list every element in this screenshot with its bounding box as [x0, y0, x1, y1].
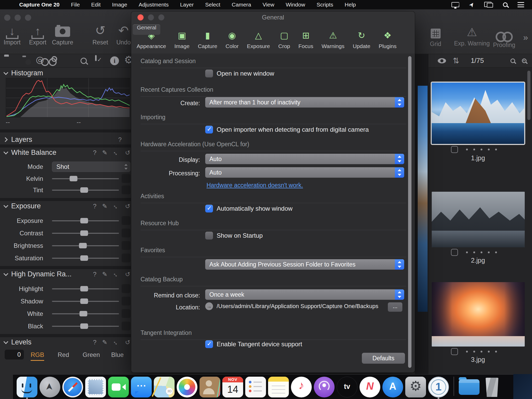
exposure-slider[interactable]: [52, 220, 119, 221]
viewer-image-sliver[interactable]: [418, 86, 428, 312]
dialog-titlebar[interactable]: General: [131, 11, 415, 23]
reset-adjust-icon[interactable]: ↺: [125, 203, 130, 209]
saturation-value-box[interactable]: [122, 254, 130, 262]
reset-adjust-icon[interactable]: ↺: [125, 339, 130, 345]
menu-camera[interactable]: Camera: [232, 2, 251, 8]
thumbnail-2-rating-dots[interactable]: [466, 251, 497, 253]
highlight-slider[interactable]: [52, 288, 119, 289]
tab-general[interactable]: ① General: [133, 24, 160, 35]
menu-edit[interactable]: Edit: [91, 2, 101, 8]
tab-focus[interactable]: ⊞ Focus: [295, 24, 317, 51]
brightness-value-box[interactable]: [122, 241, 130, 250]
display-status-icon[interactable]: [451, 2, 459, 7]
levels-panel-header[interactable]: Levels: [4, 338, 31, 346]
levels-channel-blue[interactable]: Blue: [111, 351, 124, 358]
expand-icon[interactable]: ↔: [112, 202, 121, 211]
white-slider[interactable]: [52, 313, 119, 314]
menu-select[interactable]: Select: [205, 2, 220, 8]
tint-slider[interactable]: [52, 190, 119, 191]
browser-zoom-icon[interactable]: [522, 58, 527, 63]
levels-input-value[interactable]: 0: [5, 350, 24, 360]
menu-view[interactable]: View: [263, 2, 274, 8]
kelvin-value-box[interactable]: [122, 174, 130, 183]
help-icon[interactable]: ?: [118, 137, 122, 143]
menu-scripts[interactable]: Scripts: [317, 2, 333, 8]
thumbnail-2-filename[interactable]: 2.jpg: [431, 257, 525, 264]
thumbnail-1-checkbox[interactable]: [451, 146, 458, 153]
levels-channel-red[interactable]: Red: [58, 351, 69, 358]
hardware-help-link[interactable]: Hardware acceleration doesn't work.: [207, 182, 303, 189]
window-zoom-button[interactable]: [25, 15, 31, 21]
capture-button[interactable]: Capture: [52, 22, 73, 46]
tab-plugins[interactable]: ❖ Plugins: [375, 24, 401, 51]
thumbnail-3-filename[interactable]: 3.jpg: [431, 356, 525, 363]
shadow-slider[interactable]: [52, 301, 119, 302]
import-button[interactable]: ↓ Import: [4, 22, 21, 46]
dock-photos[interactable]: [177, 377, 197, 397]
thumbnail-3-checkbox[interactable]: [451, 348, 458, 355]
tab-update[interactable]: ↻ Update: [349, 24, 374, 51]
show-on-startup-checkbox[interactable]: [205, 232, 213, 240]
browser-search-icon[interactable]: [510, 58, 515, 63]
sort-icon[interactable]: ⇅: [453, 57, 459, 65]
expand-icon[interactable]: ↔: [112, 148, 121, 157]
metadata-tool-tab[interactable]: i: [110, 56, 119, 65]
reset-button[interactable]: ↺ Reset: [92, 22, 108, 46]
toolbar-overflow-icon[interactable]: »: [523, 32, 528, 42]
enable-tangent-checkbox[interactable]: [205, 340, 213, 348]
white-value-box[interactable]: [122, 309, 130, 318]
favorites-select[interactable]: Ask About Adding Previous Session Folder…: [205, 259, 404, 270]
dock-tv[interactable]: tv: [337, 377, 357, 397]
exposure-panel-header[interactable]: Exposure: [4, 202, 41, 210]
adjustments-tool-tab[interactable]: [95, 56, 97, 61]
dock-maps[interactable]: [154, 377, 175, 397]
dock-reminders[interactable]: [245, 377, 266, 397]
open-new-window-checkbox[interactable]: [205, 70, 213, 77]
histogram-panel-header[interactable]: Histogram: [4, 69, 43, 77]
wb-mode-select[interactable]: Shot: [52, 162, 130, 172]
exposure-warning-button[interactable]: ⚠ Exp. Warning: [454, 23, 490, 47]
eyedropper-icon[interactable]: ✎: [102, 150, 107, 156]
proofing-button[interactable]: Proofing: [493, 25, 515, 49]
undo-button[interactable]: ↶ Undo: [116, 22, 131, 46]
window-close-button[interactable]: [4, 15, 10, 21]
tab-color[interactable]: ◉ Color: [222, 24, 242, 51]
tab-capture[interactable]: ▮ Capture: [194, 24, 221, 51]
defaults-button[interactable]: Defaults: [362, 353, 405, 364]
app-menu[interactable]: Capture One 20: [19, 2, 59, 8]
create-select[interactable]: After more than 1 hour of inactivity: [205, 97, 404, 108]
display-select[interactable]: Auto: [205, 154, 404, 164]
thumbnail-3[interactable]: [432, 282, 525, 347]
browse-location-button[interactable]: ...: [388, 302, 402, 312]
help-icon[interactable]: ?: [93, 339, 96, 345]
auto-adjust-icon[interactable]: ✎: [102, 203, 107, 209]
dock-mail[interactable]: [85, 377, 106, 397]
open-importer-checkbox[interactable]: [205, 126, 213, 134]
dock-notes[interactable]: [268, 377, 289, 397]
menu-help[interactable]: Help: [345, 2, 356, 8]
levels-channel-green[interactable]: Green: [83, 351, 100, 358]
white-balance-panel-header[interactable]: White Balance: [4, 149, 56, 157]
dock-appstore[interactable]: A: [382, 377, 403, 397]
thumbnail-3-rating-dots[interactable]: [466, 351, 497, 353]
dock-capture-one[interactable]: 1: [428, 377, 449, 397]
screen-mirroring-icon[interactable]: [484, 2, 493, 8]
dock-facetime[interactable]: [108, 377, 129, 397]
thumbnail-2-checkbox[interactable]: [451, 249, 458, 256]
browser-scrollbar[interactable]: [527, 71, 530, 120]
menu-list-icon[interactable]: [517, 2, 524, 7]
export-button[interactable]: ↑ Export: [29, 22, 46, 46]
dock-music[interactable]: [291, 377, 312, 397]
saturation-slider[interactable]: [52, 258, 119, 259]
grid-button[interactable]: Grid: [430, 24, 441, 48]
thumbnail-1-filename[interactable]: 1.jpg: [431, 154, 525, 162]
expand-icon[interactable]: ↔: [112, 270, 121, 279]
black-slider[interactable]: [52, 326, 119, 327]
auto-adjust-icon[interactable]: ✎: [102, 339, 107, 345]
dock-finder[interactable]: [17, 377, 37, 397]
help-icon[interactable]: ?: [93, 271, 96, 277]
eye-filter-icon[interactable]: [438, 58, 446, 63]
kelvin-slider[interactable]: [52, 178, 119, 179]
reset-adjust-icon[interactable]: ↺: [125, 271, 130, 277]
levels-channel-rgb[interactable]: RGB: [31, 351, 44, 361]
